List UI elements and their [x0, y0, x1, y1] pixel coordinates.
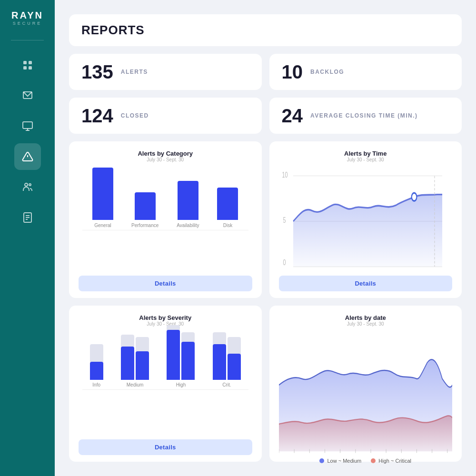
- chart-category-area: General Performance Availability Disk: [79, 166, 252, 272]
- bar-availability: Availability: [177, 181, 199, 228]
- time-chart-svg: 10 5 0: [279, 166, 453, 272]
- sidebar-item-dashboard[interactable]: [14, 52, 41, 79]
- legend-low-label: Low ~ Medium: [327, 458, 361, 464]
- logo: RAYN SECURE: [0, 0, 55, 36]
- svg-text:0: 0: [283, 258, 286, 267]
- dashboard-icon: [22, 60, 33, 71]
- sev-medium-bar2: [136, 325, 149, 380]
- alerts-label: ALERTS: [121, 69, 148, 75]
- svg-text:15:00: 15:00: [351, 271, 364, 272]
- chart-time-details-button[interactable]: Details: [279, 276, 453, 291]
- chart-by-time: Alerts by Time July 30 - Sept. 30 10 5 0: [269, 141, 462, 298]
- avg-time-number: 24: [282, 106, 303, 125]
- sidebar-item-reports[interactable]: [14, 204, 41, 231]
- chart-by-category: Alerts by Category July 30 - Sept. 30 Ge…: [69, 141, 262, 298]
- svg-rect-0: [23, 61, 27, 64]
- chart-severity-details-button[interactable]: Details: [79, 439, 252, 455]
- svg-text:5: 5: [283, 216, 286, 225]
- sev-medium-bars: [121, 325, 149, 380]
- svg-rect-3: [29, 66, 32, 69]
- sidebar-item-messages[interactable]: [14, 82, 41, 109]
- sidebar-item-alerts[interactable]: [14, 143, 41, 170]
- svg-text:19:00: 19:00: [428, 271, 441, 272]
- svg-rect-2: [23, 66, 27, 69]
- bar-performance-rect: [135, 192, 156, 220]
- users-icon: [22, 181, 33, 193]
- legend-high-dot: [371, 458, 376, 463]
- chart-time-area: 10 5 0: [279, 166, 453, 272]
- bar-performance-label: Performance: [131, 223, 159, 228]
- reports-icon: [22, 212, 33, 223]
- bar-availability-rect: [178, 181, 198, 220]
- svg-point-11: [29, 184, 31, 186]
- svg-text:10: 10: [282, 170, 288, 179]
- sev-high-group: High: [167, 325, 195, 387]
- charts-row-1: Alerts by Category July 30 - Sept. 30 Ge…: [69, 141, 462, 298]
- sev-info-bars: [90, 325, 103, 380]
- svg-point-23: [411, 193, 416, 201]
- avg-time-label: AVERAGE CLOSING TIME (MIN.): [310, 112, 418, 119]
- stats-row-1: 135 ALERTS 10 BACKLOG: [69, 54, 462, 90]
- sev-crit-bar1: [213, 325, 226, 380]
- brand-name: RAYN: [11, 10, 43, 20]
- stat-backlog: 10 BACKLOG: [269, 54, 462, 90]
- chart-category-details-button[interactable]: Details: [79, 276, 252, 291]
- brand-sub: SECURE: [13, 21, 42, 26]
- chart-time-title: Alerts by Time: [279, 150, 453, 157]
- legend-low-medium: Low ~ Medium: [319, 458, 361, 464]
- sev-bar-fg: [90, 362, 103, 380]
- bar-availability-label: Availability: [177, 223, 199, 228]
- sev-bar-fg: [213, 344, 226, 380]
- svg-rect-1: [29, 61, 32, 64]
- chart-category-subtitle: July 30 - Sept. 30: [79, 157, 252, 162]
- legend-high-label: High ~ Critical: [378, 458, 411, 464]
- sev-info-group: Info: [90, 325, 103, 387]
- sev-crit-bars: [213, 325, 241, 380]
- chart-by-severity: Alerts by Severity July 30 - Sept. 30 In…: [69, 306, 262, 462]
- chart-by-date: Alerts by date July 30 - Sept. 30: [269, 306, 462, 462]
- charts-row-2: Alerts by Severity July 30 - Sept. 30 In…: [69, 306, 462, 462]
- bar-general-rect: [92, 168, 113, 220]
- chart-category-title: Alerts by Category: [79, 150, 252, 157]
- bar-general-label: General: [94, 223, 111, 228]
- chart-severity-title: Alerts by Severity: [79, 314, 252, 321]
- severity-bar-chart: Info: [79, 330, 252, 387]
- sev-medium-label: Medium: [127, 382, 144, 387]
- sev-bar-fg: [121, 347, 134, 380]
- closed-number: 124: [81, 106, 113, 125]
- backlog-number: 10: [282, 62, 303, 81]
- bar-chart-category: General Performance Availability Disk: [79, 166, 252, 228]
- svg-rect-5: [23, 122, 32, 129]
- legend-high-critical: High ~ Critical: [371, 458, 411, 464]
- closed-label: CLOSED: [121, 112, 149, 119]
- chart-date-area: Low ~ Medium High ~ Critical: [279, 330, 453, 456]
- page-title: REPORTS: [69, 14, 462, 46]
- sev-high-bars: [167, 325, 195, 380]
- sev-bar-fg: [228, 354, 241, 380]
- sev-crit-label: Crit.: [222, 382, 231, 387]
- sev-bar-fg: [181, 342, 195, 380]
- sidebar-divider: [11, 40, 44, 40]
- svg-text:12:00: 12:00: [285, 271, 298, 272]
- sidebar: RAYN SECURE: [0, 0, 55, 476]
- sev-crit-bar2: [228, 325, 241, 380]
- stats-row-2: 124 CLOSED 24 AVERAGE CLOSING TIME (MIN.…: [69, 98, 462, 134]
- sidebar-item-monitor[interactable]: [14, 113, 41, 139]
- date-chart-svg: [279, 330, 453, 456]
- bar-general: General: [92, 168, 113, 228]
- sev-bar-fg: [136, 351, 149, 380]
- date-chart-legend: Low ~ Medium High ~ Critical: [279, 458, 453, 464]
- bar-disk: Disk: [217, 188, 238, 228]
- bar-performance: Performance: [131, 192, 159, 228]
- sev-high-label: High: [176, 382, 186, 387]
- sidebar-item-users[interactable]: [14, 174, 41, 200]
- sev-info-label: Info: [92, 382, 100, 387]
- sev-medium-bar1: [121, 325, 134, 380]
- stat-alerts: 135 ALERTS: [69, 54, 262, 90]
- svg-point-10: [25, 183, 28, 186]
- monitor-icon: [22, 120, 33, 132]
- chart-time-subtitle: July 30 - Sept. 30: [279, 157, 453, 162]
- sev-crit-group: Crit.: [213, 325, 241, 387]
- backlog-label: BACKLOG: [310, 69, 344, 75]
- alerts-number: 135: [81, 62, 113, 81]
